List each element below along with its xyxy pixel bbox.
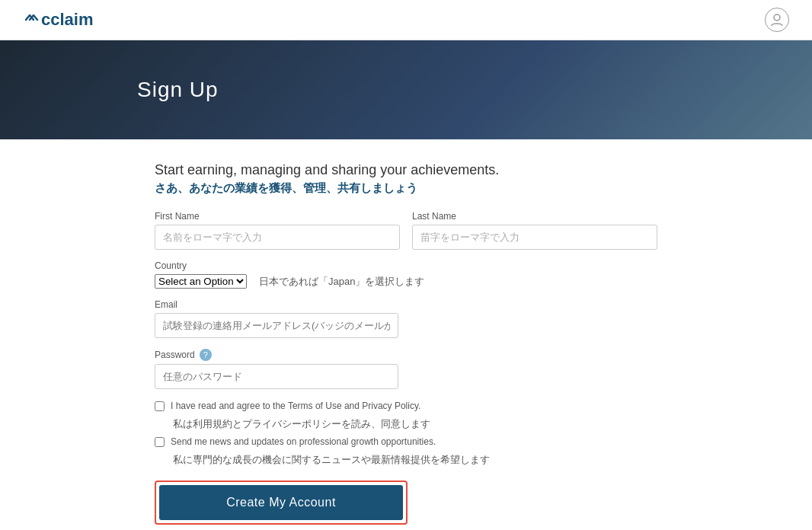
tagline-japanese: さあ、あなたの業績を獲得、管理、共有しましょう	[155, 181, 657, 196]
password-section: Password ?	[155, 349, 657, 389]
hero-title: Sign Up	[137, 78, 219, 102]
hero-banner: Sign Up	[0, 40, 812, 139]
svg-point-0	[774, 14, 780, 21]
news-checkbox[interactable]	[155, 437, 165, 447]
news-checkbox-item: Send me news and updates on professional…	[155, 436, 657, 449]
news-checkbox-ja: 私に専門的な成長の機会に関するニュースや最新情報提供を希望します	[173, 453, 657, 467]
email-section: Email	[155, 299, 657, 338]
logo[interactable]: cclaim	[23, 10, 94, 30]
create-button-wrapper: Create My Account	[155, 481, 408, 525]
country-hint: 日本であれば「Japan」を選択します	[259, 275, 424, 289]
tagline-english: Start earning, managing and sharing your…	[155, 162, 657, 178]
password-input[interactable]	[155, 364, 398, 389]
password-help-icon[interactable]: ?	[200, 349, 212, 361]
first-name-group: First Name	[155, 211, 400, 250]
email-input[interactable]	[155, 313, 398, 338]
name-row: First Name Last Name	[155, 211, 657, 250]
news-checkbox-label: Send me news and updates on professional…	[171, 436, 436, 449]
main-content: Start earning, managing and sharing your…	[139, 139, 673, 530]
email-label: Email	[155, 299, 657, 310]
user-avatar-icon[interactable]	[765, 8, 789, 32]
first-name-input[interactable]	[155, 225, 400, 250]
header: cclaim	[0, 0, 812, 40]
terms-checkbox-ja: 私は利用規約とプライバシーポリシーを読み、同意します	[173, 417, 657, 431]
terms-checkbox[interactable]	[155, 401, 165, 411]
last-name-input[interactable]	[412, 225, 657, 250]
create-account-button[interactable]: Create My Account	[159, 485, 403, 520]
checkbox-section: I have read and agree to the Terms of Us…	[155, 400, 657, 467]
last-name-group: Last Name	[412, 211, 657, 250]
country-section: Country Select an Option Japan United St…	[155, 260, 657, 289]
password-label: Password	[155, 350, 195, 360]
last-name-label: Last Name	[412, 211, 657, 222]
terms-checkbox-item: I have read and agree to the Terms of Us…	[155, 400, 657, 413]
logo-text: cclaim	[41, 10, 94, 30]
country-label: Country	[155, 260, 657, 271]
first-name-label: First Name	[155, 211, 400, 222]
terms-checkbox-label: I have read and agree to the Terms of Us…	[171, 400, 420, 413]
logo-icon	[23, 11, 40, 28]
country-row: Select an Option Japan United States 日本で…	[155, 274, 657, 289]
country-select[interactable]: Select an Option Japan United States	[155, 274, 247, 289]
